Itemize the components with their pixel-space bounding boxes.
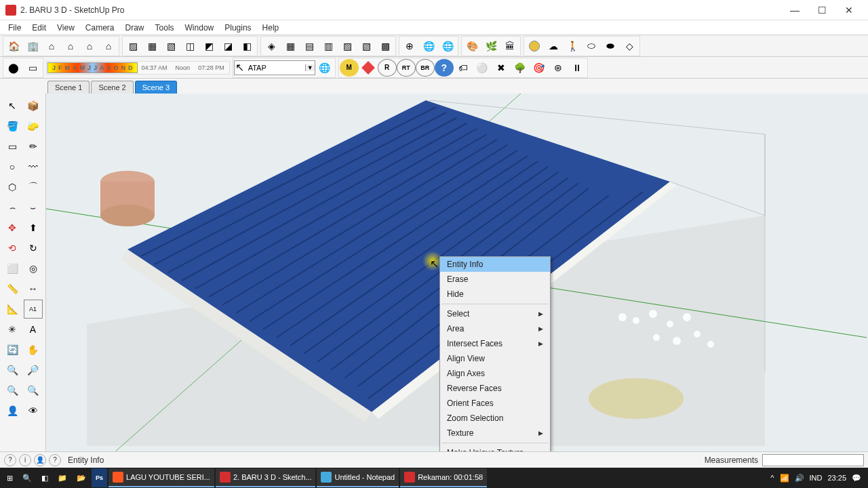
context-area[interactable]: Area▶ bbox=[440, 321, 550, 336]
context-texture[interactable]: Texture▶ bbox=[440, 426, 550, 441]
status-help-icon[interactable]: ? bbox=[4, 454, 16, 466]
tray-notifications-icon[interactable]: 💬 bbox=[852, 474, 861, 483]
tool-target-icon[interactable]: ⊛ bbox=[549, 59, 568, 77]
circle-tool-icon[interactable]: ○ bbox=[3, 157, 22, 176]
tool-position-icon[interactable]: ⊕ bbox=[400, 37, 419, 55]
taskbar-app-chrome[interactable]: LAGU YOUTUBE SERI... bbox=[108, 468, 214, 487]
menu-view[interactable]: View bbox=[52, 22, 80, 34]
context-align-axes[interactable]: Align Axes bbox=[440, 366, 550, 381]
menu-file[interactable]: File bbox=[3, 22, 26, 34]
pushpull-tool-icon[interactable]: ⬆ bbox=[24, 218, 43, 237]
tool-sheet-icon[interactable]: ▭ bbox=[23, 59, 42, 77]
tool-render-icon[interactable]: 🎯 bbox=[530, 59, 549, 77]
tool-left-icon[interactable]: ▧ bbox=[357, 37, 376, 55]
menu-camera[interactable]: Camera bbox=[80, 22, 120, 34]
orbit-tool-icon[interactable]: 🔄 bbox=[3, 340, 22, 359]
polygon-tool-icon[interactable]: ⬡ bbox=[3, 178, 22, 197]
measurements-input[interactable] bbox=[762, 454, 864, 466]
zoom-tool-icon[interactable]: 🔍 bbox=[3, 361, 22, 380]
3dtext-tool-icon[interactable]: A bbox=[24, 320, 43, 339]
scene-tab-3[interactable]: Scene 3 bbox=[135, 81, 177, 94]
tool-m-icon[interactable]: M bbox=[340, 59, 359, 77]
line-tool-icon[interactable]: ✏ bbox=[24, 137, 43, 156]
tool-help-icon[interactable]: ? bbox=[435, 59, 454, 77]
tool-bottom-icon[interactable]: ▩ bbox=[376, 37, 395, 55]
tool-sphere-icon[interactable]: ⚪ bbox=[473, 59, 492, 77]
freehand-tool-icon[interactable]: 〰 bbox=[24, 157, 43, 176]
zoomwin-tool-icon[interactable]: 🔎 bbox=[24, 361, 43, 380]
tool-texture-icon[interactable]: ◩ bbox=[199, 37, 218, 55]
select-tool-icon[interactable]: ↖ bbox=[3, 96, 22, 115]
scene-tab-2[interactable]: Scene 2 bbox=[91, 81, 133, 94]
menu-edit[interactable]: Edit bbox=[26, 22, 52, 34]
tape-tool-icon[interactable]: 📏 bbox=[3, 279, 22, 298]
context-make-unique-texture[interactable]: Make Unique Texture bbox=[440, 445, 550, 451]
menu-tools[interactable]: Tools bbox=[150, 22, 180, 34]
tool-house2-icon[interactable]: ⌂ bbox=[61, 37, 80, 55]
zoomext-tool-icon[interactable]: 🔍 bbox=[3, 381, 22, 400]
context-select[interactable]: Select▶ bbox=[440, 306, 550, 321]
tool-mono-icon[interactable]: ◪ bbox=[218, 37, 237, 55]
arc2-tool-icon[interactable]: ⌢ bbox=[3, 198, 22, 217]
tool-house3-icon[interactable]: ⌂ bbox=[80, 37, 99, 55]
search-icon[interactable]: 🔍 bbox=[18, 468, 36, 487]
tool-diamond-icon[interactable] bbox=[359, 59, 378, 77]
system-tray[interactable]: ^ 📶 🔊 IND 23:25 💬 bbox=[770, 474, 865, 483]
context-erase[interactable]: Erase bbox=[440, 272, 550, 287]
context-reverse-faces[interactable]: Reverse Faces bbox=[440, 381, 550, 396]
tool-fog-icon[interactable]: ☁ bbox=[544, 37, 563, 55]
menu-window[interactable]: Window bbox=[180, 22, 220, 34]
tool-shaded-icon[interactable]: ◫ bbox=[180, 37, 199, 55]
tool-pause-icon[interactable]: ⏸ bbox=[568, 59, 587, 77]
menu-help[interactable]: Help bbox=[257, 22, 285, 34]
tray-network-icon[interactable]: 📶 bbox=[780, 474, 789, 483]
pan-tool-icon[interactable]: ✋ bbox=[24, 340, 43, 359]
tray-time[interactable]: 23:25 bbox=[827, 474, 846, 482]
lookaround-tool-icon[interactable]: 👁 bbox=[24, 401, 43, 420]
viewport[interactable]: ↖ Entity Info Erase Hide Select▶ Area▶ I… bbox=[46, 94, 868, 451]
maximize-button[interactable]: ☐ bbox=[808, 0, 835, 20]
tool-tree-icon[interactable]: 🌳 bbox=[511, 59, 530, 77]
offset-tool-icon[interactable]: ◎ bbox=[24, 259, 43, 278]
tray-lang[interactable]: IND bbox=[810, 474, 823, 482]
tool-new-icon[interactable]: 🌐 bbox=[419, 37, 438, 55]
context-intersect-faces[interactable]: Intersect Faces▶ bbox=[440, 336, 550, 351]
tool-house4-icon[interactable]: ⌂ bbox=[99, 37, 118, 55]
tool-back-icon[interactable]: ▨ bbox=[338, 37, 357, 55]
close-button[interactable]: ✕ bbox=[835, 0, 863, 20]
tray-volume-icon[interactable]: 🔊 bbox=[795, 474, 804, 483]
eraser-tool-icon[interactable]: 🧽 bbox=[24, 117, 43, 136]
menu-draw[interactable]: Draw bbox=[120, 22, 150, 34]
status-info-icon[interactable]: i bbox=[19, 454, 31, 466]
context-align-view[interactable]: Align View bbox=[440, 351, 550, 366]
prev-tool-icon[interactable]: 🔍 bbox=[24, 381, 43, 400]
tool-front-icon[interactable]: ▤ bbox=[300, 37, 319, 55]
menu-plugins[interactable]: Plugins bbox=[219, 22, 256, 34]
photoshop-icon[interactable]: Ps bbox=[92, 468, 107, 487]
move-tool-icon[interactable]: ✥ bbox=[3, 218, 22, 237]
tool-building-icon[interactable]: 🏢 bbox=[23, 37, 42, 55]
tool-ball-icon[interactable]: ⬤ bbox=[4, 59, 23, 77]
tool-xray-icon[interactable]: ▨ bbox=[123, 37, 142, 55]
tool-sky-icon[interactable]: ⬬ bbox=[601, 37, 620, 55]
tool-tag-icon[interactable]: 🏷 bbox=[454, 59, 473, 77]
context-entity-info[interactable]: Entity Info bbox=[440, 257, 550, 272]
context-zoom-selection[interactable]: Zoom Selection bbox=[440, 411, 550, 426]
rectangle-tool-icon[interactable]: ▭ bbox=[3, 137, 22, 156]
explorer-icon[interactable]: 📁 bbox=[54, 468, 71, 487]
tool-ground-icon[interactable]: ⬭ bbox=[582, 37, 601, 55]
arc-tool-icon[interactable]: ⌒ bbox=[24, 178, 43, 197]
tool-model-icon[interactable]: 🏠 bbox=[4, 37, 23, 55]
tool-top-icon[interactable]: ▦ bbox=[281, 37, 300, 55]
status-q-icon[interactable]: ? bbox=[49, 454, 61, 466]
rotate-tool-icon[interactable]: ⟲ bbox=[3, 239, 22, 258]
taskbar-app-notepad[interactable]: Untitled - Notepad bbox=[317, 468, 399, 487]
tool-br-icon[interactable]: BR bbox=[416, 59, 435, 77]
folder-icon[interactable]: 📂 bbox=[73, 468, 90, 487]
tool-ext3-icon[interactable]: 🏛 bbox=[500, 37, 519, 55]
taskbar-app-sketchup[interactable]: 2. BARU 3 D - Sketch... bbox=[216, 468, 316, 487]
taskbar-app-recorder[interactable]: Rekaman: 00:01:58 bbox=[400, 468, 487, 487]
protractor-tool-icon[interactable]: 📐 bbox=[3, 300, 22, 319]
month-slider[interactable]: JFMAMJJASOND bbox=[47, 62, 138, 73]
tool-iso-icon[interactable]: ◈ bbox=[262, 37, 281, 55]
